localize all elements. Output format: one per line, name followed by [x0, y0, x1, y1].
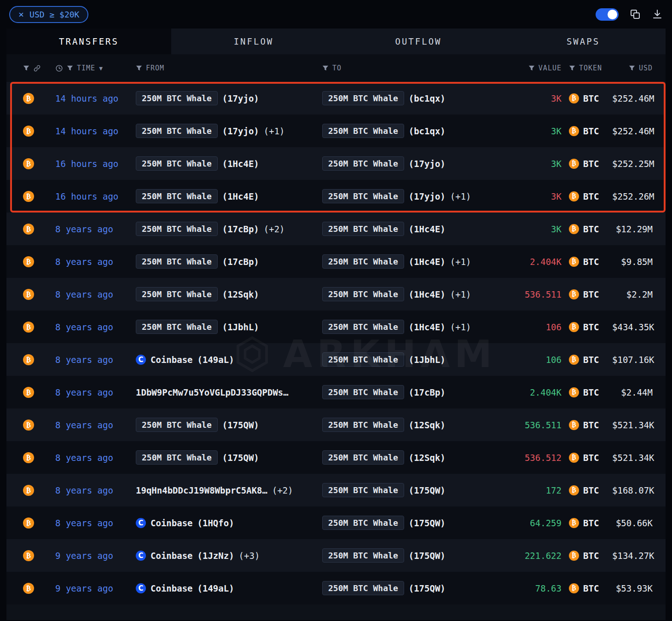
entity-address[interactable]: (bc1qx)	[409, 93, 446, 104]
entity-name[interactable]: 250M BTC Whale	[136, 450, 218, 465]
entity-name[interactable]: 250M BTC Whale	[322, 189, 404, 203]
time-link[interactable]: 8 years ago	[55, 420, 113, 430]
entity-address[interactable]: (12Sqk)	[409, 453, 446, 463]
time-link[interactable]: 9 years ago	[55, 551, 113, 561]
entity-address[interactable]: (1Hc4E)	[409, 224, 446, 234]
entity-name[interactable]: 250M BTC Whale	[322, 418, 404, 432]
table-row[interactable]: ₿ 8 years ago 250M BTC Whale(17cBp)(+2) …	[6, 213, 666, 245]
time-link[interactable]: 14 hours ago	[55, 126, 118, 136]
entity-address[interactable]: (bc1qx)	[409, 126, 446, 136]
entity-name[interactable]: 250M BTC Whale	[322, 222, 404, 236]
table-row[interactable]: ₿ 8 years ago CCoinbase(149aL) 250M BTC …	[6, 343, 666, 376]
time-link[interactable]: 8 years ago	[55, 355, 113, 365]
copy-icon[interactable]	[630, 9, 641, 20]
filter-chip-usd[interactable]: × USD ≥ $20K	[9, 6, 88, 23]
time-link[interactable]: 8 years ago	[55, 289, 113, 299]
table-row[interactable]: ₿ 9 years ago CCoinbase(149aL) 250M BTC …	[6, 572, 666, 604]
sort-caret-icon[interactable]: ▼	[99, 65, 103, 72]
table-row[interactable]: ₿ 8 years ago 250M BTC Whale(175QW) 250M…	[6, 408, 666, 441]
table-row[interactable]: ₿ 8 years ago 250M BTC Whale(12Sqk) 250M…	[6, 278, 666, 310]
filter-icon[interactable]	[322, 65, 329, 71]
entity-address[interactable]: (17yjo)	[222, 126, 259, 136]
table-row[interactable]: ₿ 9 years ago CCoinbase(1JzNz)(+3) 250M …	[6, 539, 666, 572]
table-row[interactable]: ₿ 8 years ago 250M BTC Whale(175QW) 250M…	[6, 441, 666, 474]
entity-address[interactable]: (17yjo)	[409, 191, 446, 201]
entity-address[interactable]: (175QW)	[222, 453, 259, 463]
download-icon[interactable]	[652, 9, 663, 20]
entity-name[interactable]: Coinbase	[151, 518, 193, 528]
entity-name[interactable]: 250M BTC Whale	[136, 287, 218, 301]
entity-address[interactable]: (1HQfo)	[197, 518, 234, 528]
entity-name[interactable]: 250M BTC Whale	[322, 516, 404, 530]
filter-icon[interactable]	[528, 65, 535, 71]
time-link[interactable]: 16 hours ago	[55, 159, 118, 169]
entity-name[interactable]: 250M BTC Whale	[322, 352, 404, 367]
entity-address[interactable]: (149aL)	[197, 583, 234, 593]
entity-name[interactable]: 250M BTC Whale	[136, 189, 218, 203]
entity-name[interactable]: 250M BTC Whale	[136, 320, 218, 334]
entity-address[interactable]: (17cBp)	[409, 387, 446, 397]
table-row[interactable]: ₿ 8 years ago 250M BTC Whale(1JbhL) 250M…	[6, 310, 666, 343]
time-link[interactable]: 8 years ago	[55, 518, 113, 528]
entity-address[interactable]: (17yjo)	[222, 93, 259, 104]
time-link[interactable]: 8 years ago	[55, 322, 113, 332]
entity-name[interactable]: 250M BTC Whale	[322, 581, 404, 595]
entity-address[interactable]: (1JbhL)	[409, 355, 446, 365]
filter-icon[interactable]	[569, 65, 575, 71]
entity-name[interactable]: 250M BTC Whale	[136, 254, 218, 269]
table-row[interactable]: ₿ 8 years ago 19qHn4bDDcJ19W8WbprC5AK8…(…	[6, 474, 666, 506]
filter-icon[interactable]	[67, 65, 73, 71]
entity-address[interactable]: (175QW)	[409, 485, 446, 495]
time-link[interactable]: 8 years ago	[55, 224, 113, 234]
entity-name[interactable]: 250M BTC Whale	[322, 124, 404, 138]
entity-name[interactable]: 250M BTC Whale	[136, 222, 218, 236]
table-row[interactable]: ₿ 16 hours ago 250M BTC Whale(1Hc4E) 250…	[6, 180, 666, 213]
filter-icon[interactable]	[23, 65, 29, 71]
tab-swaps[interactable]: SWAPS	[501, 29, 666, 54]
entity-name[interactable]: Coinbase	[151, 583, 193, 593]
clock-icon[interactable]	[55, 64, 63, 72]
entity-address[interactable]: (1Hc4E)	[409, 257, 446, 267]
time-link[interactable]: 8 years ago	[55, 387, 113, 397]
entity-address[interactable]: (12Sqk)	[409, 420, 446, 430]
entity-address[interactable]: (17yjo)	[409, 159, 446, 169]
time-link[interactable]: 8 years ago	[55, 257, 113, 267]
table-row[interactable]: ₿ 16 hours ago 250M BTC Whale(1Hc4E) 250…	[6, 147, 666, 180]
entity-address[interactable]: (12Sqk)	[222, 289, 259, 299]
entity-name[interactable]: 250M BTC Whale	[322, 548, 404, 563]
link-icon[interactable]	[33, 64, 41, 72]
entity-name[interactable]: 250M BTC Whale	[322, 385, 404, 399]
filter-icon[interactable]	[629, 65, 635, 71]
table-row[interactable]: ₿ 14 hours ago 250M BTC Whale(17yjo)(+1)…	[6, 115, 666, 147]
time-link[interactable]: 14 hours ago	[55, 93, 118, 104]
entity-address[interactable]: (1JzNz)	[197, 551, 234, 561]
entity-address[interactable]: (1Hc4E)	[222, 159, 259, 169]
entity-address[interactable]: (1JbhL)	[222, 322, 259, 332]
table-row[interactable]: ₿ 8 years ago 250M BTC Whale(17cBp) 250M…	[6, 245, 666, 278]
tab-inflow[interactable]: INFLOW	[171, 29, 336, 54]
time-link[interactable]: 9 years ago	[55, 583, 113, 593]
entity-address[interactable]: (1Hc4E)	[409, 289, 446, 299]
filter-icon[interactable]	[136, 65, 142, 71]
entity-name[interactable]: 250M BTC Whale	[136, 91, 218, 105]
entity-name[interactable]: 250M BTC Whale	[136, 156, 218, 171]
entity-name[interactable]: 19qHn4bDDcJ19W8WbprC5AK8…	[136, 485, 267, 495]
entity-address[interactable]: (175QW)	[222, 420, 259, 430]
entity-name[interactable]: 250M BTC Whale	[322, 254, 404, 269]
time-link[interactable]: 16 hours ago	[55, 191, 118, 201]
column-label-time[interactable]: TIME	[77, 64, 95, 72]
display-toggle[interactable]	[596, 8, 619, 21]
entity-address[interactable]: (1Hc4E)	[409, 322, 446, 332]
entity-name[interactable]: 1DbW9PcMw7u5YoVGLpDJ33GQPDWs…	[136, 387, 289, 397]
entity-name[interactable]: 250M BTC Whale	[136, 418, 218, 432]
close-icon[interactable]: ×	[18, 10, 24, 19]
entity-name[interactable]: 250M BTC Whale	[322, 320, 404, 334]
time-link[interactable]: 8 years ago	[55, 453, 113, 463]
entity-name[interactable]: 250M BTC Whale	[322, 483, 404, 497]
table-row[interactable]: ₿ 8 years ago 1DbW9PcMw7u5YoVGLpDJ33GQPD…	[6, 376, 666, 408]
table-row[interactable]: ₿ 8 years ago CCoinbase(1HQfo) 250M BTC …	[6, 506, 666, 539]
entity-name[interactable]: Coinbase	[151, 551, 193, 561]
entity-name[interactable]: 250M BTC Whale	[322, 287, 404, 301]
entity-address[interactable]: (17cBp)	[222, 224, 259, 234]
tab-outflow[interactable]: OUTFLOW	[336, 29, 501, 54]
